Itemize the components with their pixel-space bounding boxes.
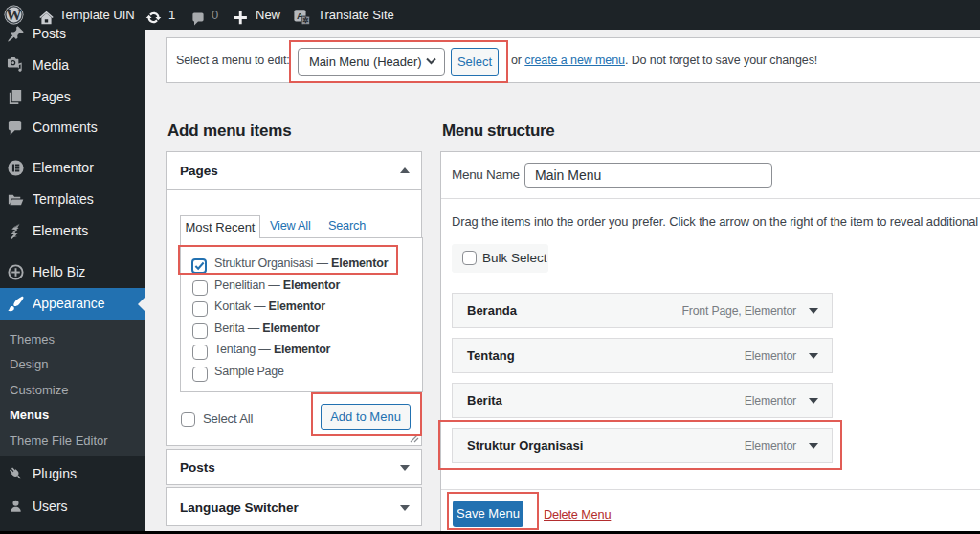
- svg-text:✲: ✲: [302, 16, 309, 25]
